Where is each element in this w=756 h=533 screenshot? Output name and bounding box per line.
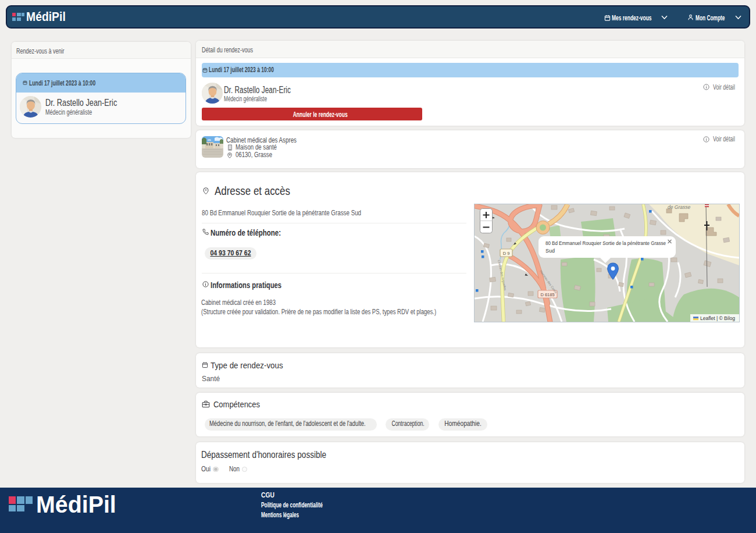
svg-text:D 9: D 9 (503, 251, 510, 256)
svg-text:Sud: Sud (545, 248, 555, 254)
svg-text:Leaflet | © Bilog: Leaflet | © Bilog (700, 315, 735, 321)
svg-text:de Grasse: de Grasse (668, 204, 690, 210)
svg-text:D 6185: D 6185 (540, 292, 554, 297)
svg-text:80 Bd Emmanuel Rouquier Sortie: 80 Bd Emmanuel Rouquier Sortie de la pén… (545, 240, 666, 246)
